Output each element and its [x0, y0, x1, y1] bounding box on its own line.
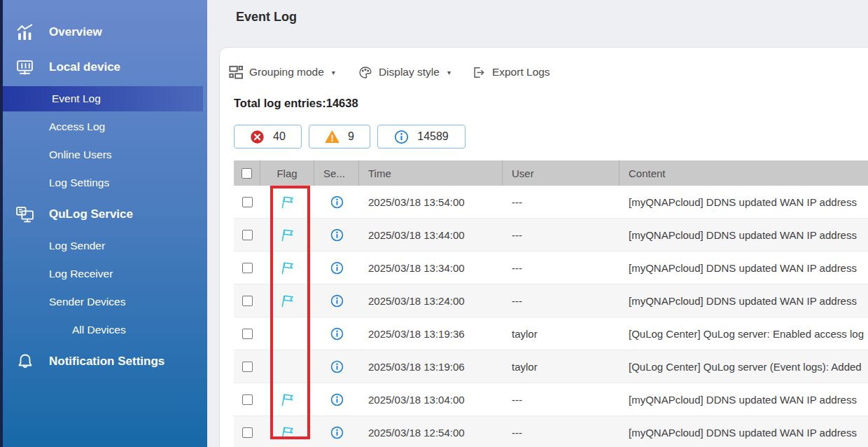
sidebar-item-online-users[interactable]: Online Users — [0, 142, 207, 167]
grouping-mode-button[interactable]: Grouping mode ▾ — [229, 65, 335, 79]
table-row[interactable]: 2025/03/18 13:54:00 --- [myQNAPcloud] DD… — [234, 186, 868, 219]
chevron-down-icon: ▾ — [447, 69, 451, 76]
table-row[interactable]: 2025/03/18 13:19:06 taylor [QuLog Center… — [234, 350, 868, 383]
sidebar-item-overview[interactable]: Overview — [0, 20, 207, 45]
sidebar-item-label: Event Log — [52, 92, 101, 105]
flag-icon — [279, 260, 295, 276]
user-cell: --- — [503, 219, 620, 251]
sidebar-item-all-devices[interactable]: All Devices — [0, 317, 207, 343]
error-filter-button[interactable]: 40 — [234, 125, 302, 149]
table-row[interactable]: 2025/03/18 13:24:00 --- [myQNAPcloud] DD… — [234, 284, 868, 317]
sidebar-item-log-sender[interactable]: Log Sender — [0, 233, 207, 259]
column-header-user[interactable]: User — [503, 160, 620, 186]
severity-cell — [314, 350, 359, 383]
content-cell: [QuLog Center] QuLog server: Enabled acc… — [620, 317, 868, 350]
sidebar-item-sender-devices[interactable]: Sender Devices — [0, 289, 207, 315]
info-severity-icon — [330, 261, 344, 275]
table-header: Flag Se... Time User Content — [234, 160, 868, 186]
palette-icon — [358, 65, 372, 79]
severity-cell — [314, 317, 359, 350]
row-checkbox[interactable] — [242, 362, 253, 372]
severity-cell — [314, 284, 359, 317]
row-checkbox[interactable] — [242, 197, 253, 207]
row-select-cell — [234, 383, 260, 415]
sidebar-item-qulog-service[interactable]: QuLog Service — [0, 202, 207, 227]
row-select-cell — [234, 350, 260, 383]
time-cell: 2025/03/18 13:19:06 — [359, 350, 503, 383]
sidebar-item-log-receiver[interactable]: Log Receiver — [0, 261, 207, 287]
sidebar-item-log-settings[interactable]: Log Settings — [0, 170, 207, 195]
grouping-icon — [229, 65, 243, 79]
user-cell: --- — [503, 186, 620, 218]
display-style-button[interactable]: Display style ▾ — [358, 65, 451, 79]
error-icon — [250, 130, 265, 144]
time-cell: 2025/03/18 12:54:00 — [359, 416, 503, 447]
row-checkbox[interactable] — [242, 427, 253, 438]
sidebar-item-label: Local device — [49, 60, 120, 74]
sidebar-item-access-log[interactable]: Access Log — [0, 114, 207, 139]
column-header-time[interactable]: Time — [359, 160, 503, 186]
table-row[interactable]: 2025/03/18 13:44:00 --- [myQNAPcloud] DD… — [234, 219, 868, 252]
time-cell: 2025/03/18 13:34:00 — [359, 252, 503, 284]
flag-cell[interactable] — [260, 186, 314, 218]
sidebar-item-label: Sender Devices — [49, 296, 125, 308]
row-checkbox[interactable] — [242, 329, 253, 339]
severity-cell — [314, 252, 359, 284]
flag-cell[interactable] — [260, 317, 314, 350]
main-content: Event Log Grouping mode ▾ — [207, 0, 868, 447]
flag-cell[interactable] — [260, 416, 314, 447]
column-header-severity[interactable]: Se... — [314, 160, 359, 186]
content-cell: [myQNAPcloud] DDNS updated WAN IP addres… — [620, 383, 868, 415]
row-checkbox[interactable] — [242, 296, 253, 306]
flag-cell[interactable] — [260, 219, 314, 251]
content-cell: [myQNAPcloud] DDNS updated WAN IP addres… — [620, 252, 868, 284]
sidebar-item-event-log[interactable]: Event Log — [3, 86, 203, 111]
table-body: 2025/03/18 13:54:00 --- [myQNAPcloud] DD… — [234, 186, 868, 447]
toolbar: Grouping mode ▾ Display style ▾ — [229, 63, 550, 81]
sidebar-item-label: Log Settings — [49, 177, 109, 189]
flag-cell[interactable] — [260, 284, 314, 317]
row-checkbox[interactable] — [242, 394, 253, 405]
info-severity-icon — [330, 294, 344, 308]
warning-icon — [325, 130, 340, 144]
sidebar-item-label: Notification Settings — [49, 355, 164, 369]
row-select-cell — [234, 416, 260, 447]
flag-icon — [279, 227, 295, 243]
info-severity-icon — [330, 393, 344, 406]
select-all-checkbox[interactable] — [241, 168, 252, 179]
user-cell: --- — [503, 252, 620, 284]
table-row[interactable]: 2025/03/18 12:54:00 --- [myQNAPcloud] DD… — [234, 416, 868, 447]
chevron-down-icon: ▾ — [332, 69, 335, 76]
info-filter-button[interactable]: 14589 — [377, 125, 465, 149]
column-header-content[interactable]: Content — [620, 160, 868, 186]
flag-cell[interactable] — [260, 350, 314, 383]
row-checkbox[interactable] — [242, 230, 253, 240]
info-icon — [394, 130, 409, 144]
row-checkbox[interactable] — [242, 263, 253, 273]
display-style-label: Display style — [379, 66, 440, 78]
info-severity-icon — [330, 327, 344, 341]
user-cell: taylor — [503, 350, 620, 383]
info-count: 14589 — [417, 130, 449, 143]
table-row[interactable]: 2025/03/18 13:34:00 --- [myQNAPcloud] DD… — [234, 252, 868, 284]
flag-cell[interactable] — [260, 383, 314, 415]
flag-icon — [279, 194, 295, 210]
device-icon — [15, 58, 34, 77]
column-header-flag[interactable]: Flag — [260, 160, 314, 186]
info-severity-icon — [330, 228, 344, 242]
row-select-cell — [234, 252, 260, 284]
sidebar-item-label: All Devices — [72, 324, 126, 336]
sidebar-item-label: Log Sender — [49, 240, 105, 252]
export-logs-button[interactable]: Export Logs — [472, 65, 550, 79]
table-row[interactable]: 2025/03/18 13:04:00 --- [myQNAPcloud] DD… — [234, 383, 868, 416]
sidebar-item-label: Overview — [49, 25, 102, 39]
table-row[interactable]: 2025/03/18 13:19:36 taylor [QuLog Center… — [234, 317, 868, 350]
page-title: Event Log — [236, 10, 297, 25]
flag-cell[interactable] — [260, 252, 314, 284]
flag-icon — [279, 293, 295, 309]
warning-filter-button[interactable]: 9 — [309, 125, 370, 149]
user-cell: --- — [503, 383, 620, 415]
sidebar-item-local-device[interactable]: Local device — [0, 55, 207, 80]
user-cell: taylor — [503, 317, 620, 350]
sidebar-item-notification-settings[interactable]: Notification Settings — [0, 349, 207, 374]
